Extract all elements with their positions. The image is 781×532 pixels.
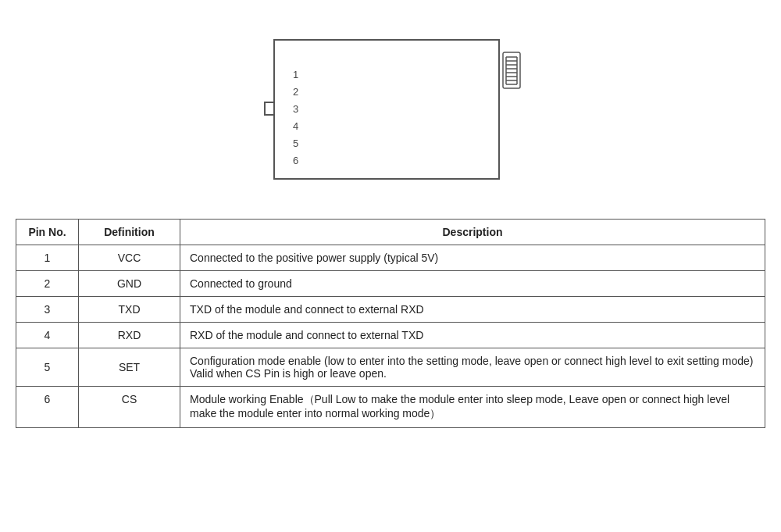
table-row: 1VCCConnected to the positive power supp… (16, 245, 765, 271)
table-row: 5SETConfiguration mode enable (low to en… (16, 348, 765, 387)
header-pin-no: Pin No. (16, 220, 79, 245)
table-row: 2GNDConnected to ground (16, 271, 765, 297)
cell-definition-6: CS (79, 387, 180, 428)
cell-definition-3: TXD (79, 297, 180, 323)
header-definition: Definition (79, 220, 180, 245)
pin-table: Pin No. Definition Description 1VCCConne… (16, 219, 765, 428)
connector-icon (501, 51, 525, 90)
cell-pin-2: 2 (16, 271, 79, 297)
pin-labels: 1 2 3 4 5 6 (293, 66, 298, 170)
table-row: 6CSModule working Enable（Pull Low to mak… (16, 387, 765, 428)
cell-definition-4: RXD (79, 323, 180, 348)
cell-description-5: Configuration mode enable (low to enter … (180, 348, 765, 387)
cell-definition-2: GND (79, 271, 180, 297)
cell-description-4: RXD of the module and connect to externa… (180, 323, 765, 348)
cell-description-2: Connected to ground (180, 271, 765, 297)
cell-pin-4: 4 (16, 323, 79, 348)
pin-label-1: 1 (293, 66, 298, 84)
cell-description-3: TXD of the module and connect to externa… (180, 297, 765, 323)
pin-label-5: 5 (293, 135, 298, 152)
pin-label-3: 3 (293, 101, 298, 118)
cell-pin-1: 1 (16, 245, 79, 271)
module-diagram: 1 2 3 4 5 6 (242, 23, 539, 195)
cell-definition-1: VCC (79, 245, 180, 271)
header-description: Description (180, 220, 765, 245)
module-body (273, 39, 500, 180)
table-header-row: Pin No. Definition Description (16, 220, 765, 245)
notch-left (264, 102, 273, 116)
cell-pin-5: 5 (16, 348, 79, 387)
diagram-section: 1 2 3 4 5 6 (16, 16, 765, 195)
table-row: 4RXDRXD of the module and connect to ext… (16, 323, 765, 348)
pin-label-4: 4 (293, 118, 298, 135)
pin-label-2: 2 (293, 84, 298, 101)
cell-pin-3: 3 (16, 297, 79, 323)
pin-label-6: 6 (293, 152, 298, 170)
table-row: 3TXDTXD of the module and connect to ext… (16, 297, 765, 323)
cell-description-6: Module working Enable（Pull Low to make t… (180, 387, 765, 428)
cell-definition-5: SET (79, 348, 180, 387)
cell-description-1: Connected to the positive power supply (… (180, 245, 765, 271)
cell-pin-6: 6 (16, 387, 79, 428)
